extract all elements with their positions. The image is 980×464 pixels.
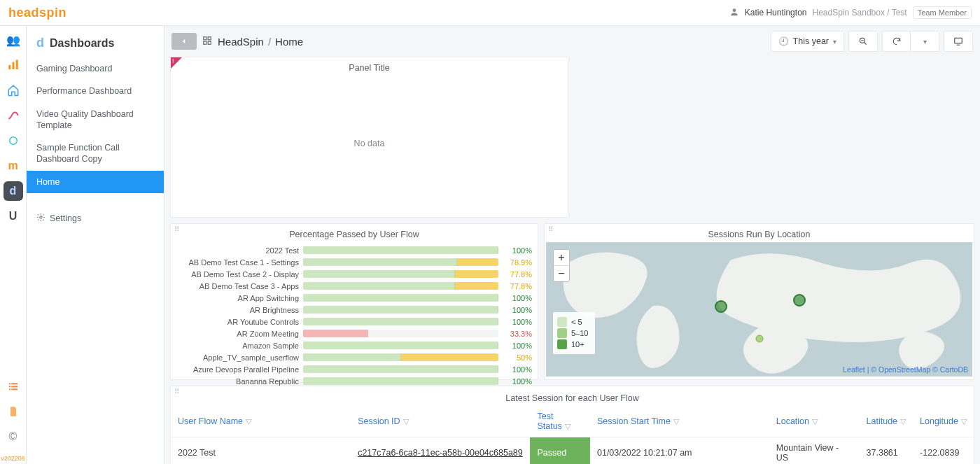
legend-item: 10+ [557, 339, 588, 350]
zoom-out-button[interactable] [848, 31, 878, 52]
drag-handle-icon[interactable]: ⠿ [174, 227, 179, 232]
th-longitude[interactable]: Longitude▽ [913, 406, 974, 437]
map-canvas[interactable]: + − < 55–1010+ Leaflet | © OpenStreetMap… [546, 242, 972, 377]
bar-row: Azure Devops Parallel Pipeline100% [176, 364, 532, 374]
rail-home-icon[interactable] [4, 80, 23, 100]
sidebar-item[interactable]: Sample Function Call Dashboard Copy [27, 136, 164, 171]
map-marker[interactable] [793, 294, 806, 307]
bar-track [303, 246, 498, 254]
cell-time: 01/03/2022 10:21:07 am [590, 437, 769, 465]
rail-curve-icon[interactable] [4, 106, 23, 125]
th-user-flow[interactable]: User Flow Name▽ [171, 406, 351, 437]
svg-rect-8 [11, 386, 18, 387]
bar-label: Azure Devops Parallel Pipeline [176, 365, 299, 374]
carto-link[interactable]: CartoDB [940, 365, 968, 374]
map-marker[interactable] [715, 300, 727, 313]
map-zoom-out[interactable]: − [554, 266, 569, 281]
th-test-status[interactable]: Test Status▽ [530, 406, 590, 437]
filter-icon[interactable]: ▽ [565, 422, 570, 430]
sidebar-item[interactable]: Home [27, 171, 164, 193]
map-zoom-in[interactable]: + [554, 250, 569, 266]
session-link[interactable]: c217c7a6-6ca8-11ec-a58b-00e04c685a89 [358, 448, 523, 458]
filter-icon[interactable]: ▽ [900, 417, 906, 426]
panel-map: ⠿ Sessions Run By Location [544, 223, 974, 380]
bar-track [303, 330, 498, 337]
bar-label: 2022 Test [176, 246, 299, 255]
grid-icon [202, 36, 212, 48]
filter-icon[interactable]: ▽ [961, 417, 967, 426]
svg-rect-13 [208, 36, 211, 39]
bar-label: Amazon Sample [176, 342, 299, 350]
role-badge: Team Member [913, 6, 972, 19]
cell-lat: 37.3861 [860, 437, 913, 465]
osm-link[interactable]: OpenStreetMap [878, 365, 930, 374]
svg-rect-7 [9, 386, 10, 387]
bar-row: AR App Switching100% [176, 293, 532, 303]
svg-rect-6 [11, 383, 18, 384]
drag-handle-icon[interactable]: ⠿ [174, 389, 179, 395]
rail-doc-icon[interactable] [4, 402, 23, 421]
filter-icon[interactable]: ▽ [403, 417, 409, 426]
map-marker[interactable] [755, 335, 763, 343]
map-legend: < 55–1010+ [553, 312, 595, 354]
th-latitude[interactable]: Latitude▽ [860, 406, 913, 437]
rail-bars-icon[interactable] [4, 55, 23, 75]
top-bar: headspin Katie Huntington HeadSpin Sandb… [0, 0, 980, 26]
rail-m-icon[interactable]: m [4, 156, 23, 176]
map-title: Sessions Run By Location [545, 224, 974, 242]
panel-bars: ⠿ Percentage Passed by User Flow 2022 Te… [170, 223, 538, 380]
refresh-button[interactable] [882, 31, 911, 52]
svg-rect-15 [208, 41, 211, 44]
filter-icon[interactable]: ▽ [246, 417, 251, 426]
rail-hex-icon[interactable] [4, 131, 23, 150]
bar-track [303, 377, 498, 385]
panel-alert-icon[interactable] [171, 57, 182, 69]
cell-lng: -122.0839 [913, 437, 974, 465]
bar-value: 100% [503, 246, 532, 255]
drag-handle-icon[interactable]: ⠿ [548, 227, 553, 232]
sidebar-item[interactable]: Video Quality Dashboard Template [27, 103, 164, 137]
legend-item: 5–10 [557, 328, 588, 339]
rail-dash-icon[interactable]: d [4, 181, 23, 201]
bar-track [303, 318, 498, 325]
table-row[interactable]: 2022 Testc217c7a6-6ca8-11ec-a58b-00e04c6… [171, 437, 974, 465]
svg-rect-12 [204, 36, 206, 39]
bar-value: 33.3% [503, 330, 532, 338]
cell-name: 2022 Test [171, 437, 351, 465]
panel-empty: Panel Title No data [170, 57, 568, 218]
bar-row: AB Demo Test Case 1 - Settings78.9% [176, 257, 532, 267]
filter-icon[interactable]: ▽ [812, 417, 818, 426]
bar-value: 100% [503, 377, 532, 386]
breadcrumb[interactable]: HeadSpin / Home [218, 36, 303, 48]
filter-icon[interactable]: ▽ [673, 417, 679, 426]
bar-row: AR Zoom Meeting33.3% [176, 328, 532, 339]
user-name[interactable]: Katie Huntington [745, 8, 807, 17]
svg-point-0 [732, 8, 736, 12]
svg-rect-2 [12, 62, 14, 70]
bar-value: 100% [503, 342, 532, 350]
legend-swatch [557, 317, 567, 327]
bar-label: AR App Switching [176, 294, 299, 302]
svg-rect-3 [15, 60, 18, 70]
back-button[interactable] [172, 33, 197, 50]
refresh-interval-button[interactable]: ▾ [910, 31, 939, 52]
bar-track [303, 365, 498, 373]
rail-copyright-icon[interactable]: © [4, 427, 23, 447]
rail-list-icon[interactable] [4, 377, 23, 396]
bar-row: AB Demo Test Case 3 - Apps77.8% [176, 281, 532, 291]
tv-mode-button[interactable] [944, 31, 973, 52]
rail-u-icon[interactable]: U [4, 206, 23, 226]
rail-people-icon[interactable]: 👥 [4, 30, 23, 50]
svg-point-11 [40, 216, 42, 218]
th-session-id[interactable]: Session ID▽ [351, 406, 530, 437]
dashboards-icon: d [36, 36, 44, 50]
sidebar-settings[interactable]: Settings [27, 206, 164, 231]
gear-icon [36, 213, 46, 224]
time-range-picker[interactable]: This year ▾ [771, 31, 844, 52]
sidebar-item[interactable]: Performance Dashboard [27, 80, 164, 102]
sidebar-item[interactable]: Gaming Dashboard [27, 57, 164, 80]
th-start-time[interactable]: Session Start Time▽ [590, 406, 769, 437]
leaflet-link[interactable]: Leaflet [843, 365, 865, 374]
bar-label: AR Zoom Meeting [176, 330, 299, 338]
th-location[interactable]: Location▽ [769, 406, 860, 437]
